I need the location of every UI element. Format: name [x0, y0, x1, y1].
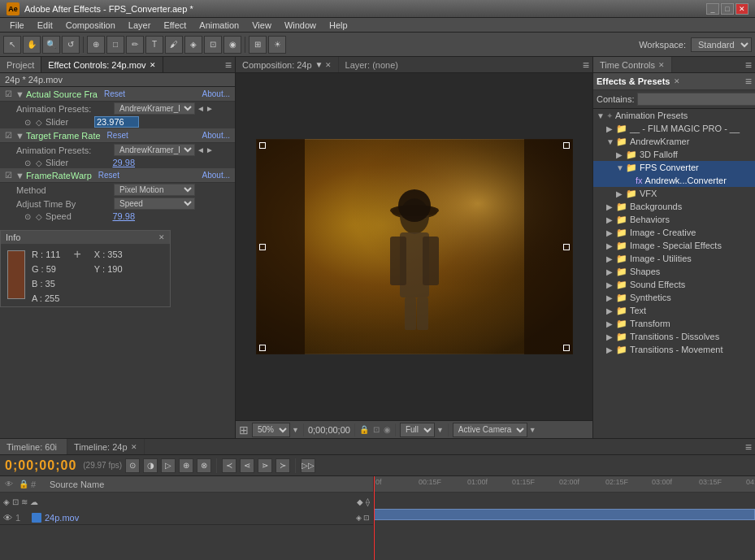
anim-btn2a[interactable]: ◄	[197, 145, 205, 154]
tc-btn1[interactable]: ⊙	[125, 458, 140, 473]
tl-layer1-solo[interactable]: ◈	[356, 514, 362, 522]
ep-node-image-creative[interactable]: ▶ 📁 Image - Creative	[593, 226, 755, 239]
tab-timeline-24p[interactable]: Timeline: 24p ✕	[67, 439, 145, 454]
comp-save-icon[interactable]: ⊞	[239, 423, 249, 436]
tool-anchor[interactable]: ⊕	[87, 36, 105, 54]
comp-icon3[interactable]: ◉	[384, 425, 391, 434]
ep-node-andrewk-converter[interactable]: fx Andrewk...Converter	[593, 174, 755, 187]
tl-solo-btn[interactable]: ◈	[3, 497, 10, 506]
ep-node-andrewkramer[interactable]: ▼ 📁 AndrewKramer	[593, 135, 755, 148]
timeline-24p-close[interactable]: ✕	[131, 443, 137, 451]
ec-checkbox3[interactable]: ☑	[5, 171, 12, 180]
tl-layer1-name[interactable]: 24p.mov	[45, 513, 79, 523]
tl-keyframe-btn[interactable]: ◆	[357, 497, 363, 506]
ec-checkbox1[interactable]: ☑	[5, 89, 12, 98]
tool-rotate[interactable]: ↺	[62, 36, 80, 54]
effects-presets-close[interactable]: ✕	[674, 77, 680, 85]
menu-layer[interactable]: Layer	[122, 18, 158, 32]
tl-graph-btn[interactable]: ⟠	[366, 497, 370, 506]
info-close[interactable]: ✕	[158, 233, 165, 241]
quality-dropdown[interactable]: Full	[400, 423, 435, 437]
comp-menu-btn[interactable]: ≡	[583, 59, 589, 72]
tool-zoom[interactable]: 🔍	[42, 36, 60, 54]
stopwatch2[interactable]: ⊙	[24, 158, 36, 167]
tc-btn6[interactable]: ≺	[222, 458, 236, 473]
anim-btn1b[interactable]: ►	[206, 104, 214, 113]
tc-btn4[interactable]: ⊕	[179, 458, 193, 473]
quality-arrow[interactable]: ▼	[436, 426, 444, 434]
tab-effect-controls[interactable]: Effect Controls: 24p.mov ✕	[41, 57, 163, 72]
expand-arrow3[interactable]: ▼	[15, 171, 24, 180]
ep-node-shapes[interactable]: ▶ 📁 Shapes	[593, 265, 755, 278]
menu-window[interactable]: Window	[278, 18, 323, 32]
ep-search-input[interactable]	[637, 93, 755, 106]
ep-node-image-utilities[interactable]: ▶ 📁 Image - Utilities	[593, 252, 755, 265]
right-panel-menu-btn[interactable]: ≡	[745, 59, 752, 72]
stopwatch3[interactable]: ⊙	[24, 212, 36, 221]
camera-dropdown[interactable]: Active Camera	[453, 423, 527, 437]
about-link2[interactable]: About...	[202, 131, 230, 140]
menu-composition[interactable]: Composition	[59, 18, 122, 32]
tool-mask-rect[interactable]: □	[106, 36, 124, 54]
tool-text[interactable]: T	[145, 36, 163, 54]
ep-node-text[interactable]: ▶ 📁 Text	[593, 304, 755, 317]
reset-link2[interactable]: Reset	[107, 131, 128, 140]
ep-menu-btn[interactable]: ≡	[745, 75, 752, 88]
ep-node-synthetics[interactable]: ▶ 📁 Synthetics	[593, 291, 755, 304]
tab-project[interactable]: Project	[0, 57, 41, 72]
expand-sub2[interactable]: ◇	[36, 158, 46, 167]
reset-link1[interactable]: Reset	[104, 89, 125, 98]
ep-node-animation-presets[interactable]: ▼ ✦ Animation Presets	[593, 109, 755, 122]
comp-icon2[interactable]: ⊡	[373, 425, 380, 434]
close-effect-controls[interactable]: ✕	[150, 61, 156, 69]
menu-view[interactable]: View	[245, 18, 278, 32]
tc-btn5[interactable]: ⊗	[197, 458, 211, 473]
menu-edit[interactable]: Edit	[31, 18, 59, 32]
ep-node-transitions-movement[interactable]: ▶ 📁 Transitions - Movement	[593, 343, 755, 356]
comp-tab-close[interactable]: ✕	[325, 61, 332, 69]
ep-node-sound-effects[interactable]: ▶ 📁 Sound Effects	[593, 278, 755, 291]
zoom-dropdown[interactable]: 50%	[252, 423, 290, 437]
timeline-menu-btn[interactable]: ≡	[745, 441, 752, 454]
tab-composition[interactable]: Composition: 24p ▼ ✕	[236, 57, 339, 72]
anim-preset-select2[interactable]: AndrewKramer_Frami	[114, 144, 195, 156]
ec-checkbox2[interactable]: ☑	[5, 131, 12, 140]
ep-node-film-magic[interactable]: ▶ 📁 __ - FILM MAGIC PRO - __	[593, 122, 755, 135]
tc-btn7[interactable]: ⋖	[240, 458, 254, 473]
zoom-dropdown-arrow[interactable]: ▼	[292, 426, 299, 434]
tc-btn2[interactable]: ◑	[143, 458, 158, 473]
adjust-select[interactable]: Speed	[114, 198, 195, 210]
ep-node-transitions-dissolves[interactable]: ▶ 📁 Transitions - Dissolves	[593, 330, 755, 343]
slider-input1[interactable]	[94, 116, 139, 128]
tool-clone[interactable]: ◈	[184, 36, 202, 54]
tab-timeline-60i[interactable]: Timeline: 60i	[0, 439, 67, 454]
tc-btn3[interactable]: ▷	[161, 458, 176, 473]
expand-sub3[interactable]: ◇	[36, 212, 46, 221]
ep-node-fps-converter[interactable]: ▼ 📁 FPS Converter	[593, 161, 755, 174]
tool-paint[interactable]: 🖌	[165, 36, 183, 54]
reset-link3[interactable]: Reset	[98, 171, 119, 180]
ep-node-image-special[interactable]: ▶ 📁 Image - Special Effects	[593, 239, 755, 252]
maximize-button[interactable]: □	[721, 3, 734, 15]
menu-effect[interactable]: Effect	[157, 18, 193, 32]
tl-motion-btn[interactable]: ≋	[21, 497, 28, 506]
expand-arrow2[interactable]: ▼	[15, 131, 24, 141]
tl-render-btn[interactable]: ⊡	[12, 497, 19, 506]
tool-eraser[interactable]: ⊡	[204, 36, 222, 54]
menu-animation[interactable]: Animation	[193, 18, 245, 32]
anim-btn1a[interactable]: ◄	[197, 104, 205, 113]
minimize-button[interactable]: _	[706, 3, 719, 15]
close-button[interactable]: ✕	[735, 3, 748, 15]
ep-node-3d-falloff[interactable]: ▶ 📁 3D Falloff	[593, 148, 755, 161]
time-controls-close[interactable]: ✕	[658, 61, 665, 69]
tool-camera[interactable]: ⊞	[249, 36, 267, 54]
menu-file[interactable]: File	[3, 18, 31, 32]
ep-node-vfx[interactable]: ▶ 📁 VFX	[593, 187, 755, 200]
tl-layer1-render[interactable]: ⊡	[363, 514, 370, 522]
tl-layer1-eye[interactable]: 👁	[3, 513, 13, 523]
tool-hand[interactable]: ✋	[23, 36, 41, 54]
about-link1[interactable]: About...	[202, 89, 230, 98]
tc-btn9[interactable]: ≻	[276, 458, 290, 473]
comp-tab-arrow[interactable]: ▼	[315, 60, 323, 69]
ep-node-behaviors[interactable]: ▶ 📁 Behaviors	[593, 213, 755, 226]
